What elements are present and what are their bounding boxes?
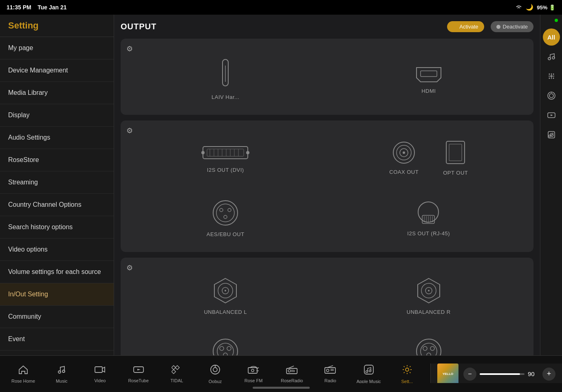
- sidebar-item-event[interactable]: Event: [0, 328, 114, 350]
- sidebar-item-rosestore[interactable]: RoseStore: [0, 149, 114, 171]
- rose-home-label: Rose Home: [11, 379, 35, 383]
- grid-button[interactable]: [543, 68, 560, 85]
- music-note-button[interactable]: [543, 48, 560, 65]
- aes-ebu-out-item[interactable]: AES/EBU OUT: [127, 191, 324, 245]
- battery-display: 95% 🔋: [537, 4, 555, 11]
- qobuz-icon: [210, 364, 220, 377]
- aes-ebu-label: AES/EBU OUT: [207, 231, 245, 237]
- svg-marker-63: [551, 114, 553, 116]
- laiv-har-icon: [215, 57, 236, 90]
- nav-rose-fm[interactable]: Rose FM: [239, 365, 268, 383]
- output-card-1: ⚙ LAIV Har... HDMI: [121, 39, 533, 115]
- sidebar-item-display[interactable]: Display: [0, 104, 114, 127]
- balanced-r-item[interactable]: BALANCED R: [331, 329, 527, 355]
- svg-point-93: [369, 370, 371, 372]
- volume-up-button[interactable]: +: [542, 368, 555, 381]
- home-indicator[interactable]: [253, 387, 310, 389]
- svg-point-56: [553, 74, 554, 75]
- volume-fill: [480, 373, 520, 375]
- svg-point-57: [549, 78, 550, 79]
- unbalanced-l-label: UNBALANCED L: [204, 309, 247, 315]
- nav-apple-music[interactable]: Apple Music: [355, 364, 383, 384]
- sidebar-title: Setting: [0, 15, 114, 37]
- nav-setting[interactable]: Sett...: [393, 364, 421, 384]
- roseradio-icon: [286, 365, 298, 377]
- card1-grid: LAIV Har... HDMI: [127, 45, 527, 108]
- activate-dot: [453, 25, 457, 29]
- activate-button[interactable]: Activate: [447, 21, 484, 32]
- coax-out-label: COAX OUT: [389, 169, 419, 175]
- sidebar-item-community[interactable]: Community: [0, 306, 114, 328]
- svg-point-92: [366, 370, 368, 372]
- svg-point-14: [246, 151, 249, 154]
- sidebar-item-media-library[interactable]: Media Library: [0, 82, 114, 104]
- svg-rect-76: [248, 368, 257, 373]
- coax-out-item[interactable]: COAX OUT: [381, 132, 427, 183]
- time-display: 11:35 PM: [7, 4, 31, 11]
- sidebar-item-audio-settings[interactable]: Audio Settings: [0, 127, 114, 149]
- svg-point-58: [553, 78, 554, 79]
- svg-point-55: [549, 74, 550, 75]
- svg-point-18: [403, 151, 405, 154]
- home-icon: [18, 365, 29, 377]
- card2-gear-icon[interactable]: ⚙: [126, 126, 133, 135]
- sidebar-item-search-history-options[interactable]: Search history options: [0, 216, 114, 239]
- svg-point-49: [430, 346, 434, 350]
- sidebar-item-inout-setting[interactable]: In/Out Setting: [0, 283, 114, 306]
- balanced-l-item[interactable]: BALANCED L: [127, 329, 324, 355]
- player-bar: YELLO − 90 +: [430, 364, 562, 385]
- svg-marker-72: [137, 369, 141, 370]
- music2-button[interactable]: [543, 126, 560, 143]
- unbalanced-r-item[interactable]: UNBALANCED R: [331, 268, 527, 323]
- volume-slider[interactable]: [480, 373, 525, 375]
- aes-ebu-icon: [211, 199, 240, 227]
- deactivate-button[interactable]: Deactivate: [491, 21, 533, 32]
- unbalanced-l-item[interactable]: UNBALANCED L: [127, 268, 324, 323]
- nav-roseradio[interactable]: RoseRadio: [278, 365, 306, 383]
- svg-point-22: [216, 204, 234, 222]
- sidebar-item-video-options[interactable]: Video options: [0, 239, 114, 261]
- i2s-rj45-item[interactable]: I2S OUT (RJ-45): [331, 191, 527, 245]
- nav-qobuz[interactable]: Qobuz: [201, 364, 229, 384]
- volume-down-button[interactable]: −: [463, 368, 476, 381]
- all-button[interactable]: All: [543, 28, 560, 46]
- laiv-har-label: LAIV Har...: [212, 94, 239, 100]
- output-actions: Activate Deactivate: [447, 21, 533, 32]
- right-sidebar: All: [540, 15, 562, 355]
- nav-rose-home[interactable]: Rose Home: [9, 365, 37, 383]
- nav-rosetube[interactable]: RoseTube: [124, 365, 153, 383]
- sidebar-item-country-channel-options[interactable]: Country Channel Options: [0, 194, 114, 216]
- tidal-label: TIDAL: [170, 378, 183, 383]
- opt-out-icon: [444, 139, 467, 166]
- nav-radio[interactable]: Radio: [316, 365, 344, 383]
- card3-gear-icon[interactable]: ⚙: [126, 263, 133, 272]
- opt-out-item[interactable]: OPT OUT: [435, 131, 476, 184]
- sidebar-item-streaming[interactable]: Streaming: [0, 171, 114, 194]
- volume-number: 90: [528, 370, 539, 377]
- svg-point-13: [201, 151, 205, 154]
- nav-music[interactable]: Music: [47, 365, 76, 383]
- svg-point-94: [406, 368, 409, 371]
- svg-point-74: [213, 368, 217, 372]
- bottom-bar: [0, 383, 562, 392]
- svg-rect-91: [364, 365, 373, 374]
- svg-line-85: [288, 366, 294, 368]
- sidebar-item-volume-settings[interactable]: Volume settings for each source: [0, 261, 114, 283]
- card1-gear-icon[interactable]: ⚙: [126, 44, 133, 53]
- hdmi-item[interactable]: HDMI: [331, 49, 527, 108]
- nav-tidal[interactable]: TIDAL: [163, 365, 191, 383]
- sidebar: Setting My page Device Management Media …: [0, 15, 114, 355]
- nav-video[interactable]: Video: [86, 365, 114, 383]
- search-button[interactable]: [543, 87, 560, 104]
- output-card-2: ⚙: [121, 120, 533, 252]
- youtube-button[interactable]: [543, 107, 560, 124]
- laiv-har-item[interactable]: LAIV Har...: [127, 49, 324, 108]
- svg-point-24: [228, 208, 231, 212]
- balanced-l-icon: [211, 337, 240, 355]
- i2s-dvi-item[interactable]: I2S OUT (DVI): [127, 131, 324, 184]
- sidebar-item-my-page[interactable]: My page: [0, 37, 114, 59]
- setting-nav-icon: [402, 364, 412, 377]
- sidebar-item-device-management[interactable]: Device Management: [0, 59, 114, 82]
- sidebar-item-rose-version-info[interactable]: ROSE Version info: [0, 350, 114, 355]
- output-header: OUTPUT Activate Deactivate: [121, 21, 533, 32]
